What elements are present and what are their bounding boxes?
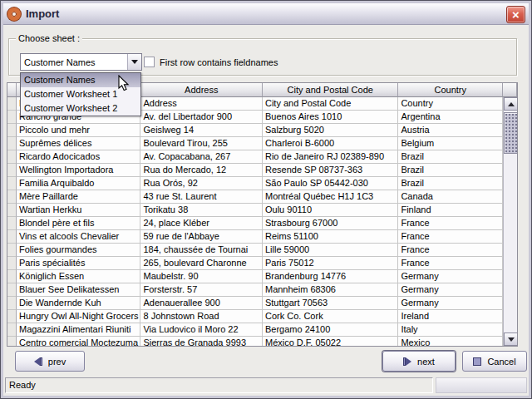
table-cell: Brandenburg 14776	[263, 270, 398, 283]
table-row: Centro comercial MoctezumaSierras de Gra…	[7, 337, 503, 346]
status-progress-panel	[436, 377, 527, 393]
table-row: Wellington ImportadoraRua do Mercado, 12…	[7, 164, 503, 177]
table-cell: México D.F. 05022	[263, 337, 398, 346]
table-cell: Reims 51100	[263, 230, 398, 244]
table-cell: Paris spécialités	[17, 257, 141, 270]
cancel-button[interactable]: Cancel	[462, 351, 527, 372]
combobox-value: Customer Names	[21, 57, 127, 67]
fieldnames-check-row: First row contains fieldnames	[144, 57, 278, 67]
table-cell: Königlich Essen	[17, 270, 141, 283]
table-cell: Maubelstr. 90	[140, 270, 263, 283]
table-cell: Germany	[398, 283, 503, 297]
table-cell: Torikatu 38	[140, 204, 263, 217]
prev-icon	[34, 357, 42, 366]
row-gutter	[7, 297, 17, 310]
row-gutter	[7, 244, 17, 257]
first-row-fieldnames-checkbox[interactable]	[144, 57, 155, 67]
table-cell: Paris 75012	[263, 257, 398, 270]
table-body: NameAddressCity and Postal CodeCountryRa…	[7, 97, 503, 346]
table-cell: Cork Co. Cork	[263, 310, 398, 323]
table-cell: City and Postal Code	[263, 97, 398, 111]
table-cell: Stuttgart 70563	[263, 297, 398, 310]
table-cell: Finland	[398, 204, 503, 217]
sheet-combobox[interactable]: Customer Names	[20, 53, 142, 71]
table-row: Blauer See DelikatessenForsterstr. 57Man…	[7, 283, 503, 297]
groupbox-label: Choose sheet :	[16, 33, 82, 43]
table-cell: São Paulo SP 05442-030	[263, 177, 398, 190]
table-cell: Lille 59000	[263, 244, 398, 257]
scroll-up-button[interactable]	[504, 97, 518, 111]
table-cell: Mexico	[398, 337, 503, 346]
table-cell: Belgium	[398, 137, 503, 150]
table-cell: Av. del Libertador 900	[140, 111, 263, 124]
table-cell: Adenauerallee 900	[140, 297, 263, 310]
table-cell: Familia Arquibaldo	[17, 177, 141, 190]
table-cell: Geislweg 14	[140, 124, 263, 137]
header-gutter	[7, 83, 17, 97]
table-cell: Wartian Herkku	[17, 204, 141, 217]
table-cell: Wellington Importadora	[17, 164, 141, 177]
table-cell: Brazil	[398, 177, 503, 190]
row-gutter	[7, 257, 17, 270]
table-cell: France	[398, 217, 503, 230]
table-row: Ricardo AdocicadosAv. Copacabana, 267Rio…	[7, 150, 503, 164]
prev-button-label: prev	[48, 357, 66, 367]
next-button-label: next	[417, 357, 435, 367]
vertical-scrollbar[interactable]	[503, 97, 517, 346]
table-cell: 265, boulevard Charonne	[140, 257, 263, 270]
table-row: Königlich EssenMaubelstr. 90Brandenburg …	[7, 270, 503, 283]
row-gutter	[7, 283, 17, 297]
table-cell: Salzburg 5020	[263, 124, 398, 137]
table-cell: Blondel père et fils	[17, 217, 141, 230]
table-cell: Address	[140, 97, 263, 111]
header-country: Country	[398, 83, 503, 97]
table-cell: France	[398, 230, 503, 244]
next-button[interactable]: next	[382, 351, 456, 372]
table-row: Mère Paillarde43 rue St. LaurentMontréal…	[7, 190, 503, 204]
table-cell: Strasbourg 67000	[263, 217, 398, 230]
row-gutter	[7, 204, 17, 217]
table-cell: Sierras de Granada 9993	[140, 337, 263, 346]
row-gutter	[7, 270, 17, 283]
row-gutter	[7, 337, 17, 346]
table-row: Folies gourmandes184, chaussée de Tourna…	[7, 244, 503, 257]
table-row: Hungry Owl All-Night Grocers8 Johnstown …	[7, 310, 503, 323]
table-cell: Centro comercial Moctezuma	[17, 337, 141, 346]
table-row: Paris spécialités265, boulevard Charonne…	[7, 257, 503, 270]
app-logo-icon	[7, 7, 21, 21]
arrow-down-icon	[508, 337, 515, 342]
table-cell: Resende SP 08737-363	[263, 164, 398, 177]
header-address: Address	[140, 83, 263, 97]
table-row: Vins et alcools Chevalier59 rue de l'Abb…	[7, 230, 503, 244]
scrollbar-thumb[interactable]	[504, 112, 518, 154]
status-text: Ready	[5, 377, 433, 393]
table-cell: Via Ludovico il Moro 22	[140, 323, 263, 337]
close-icon[interactable]: ×	[506, 6, 525, 23]
prev-button[interactable]: prev	[15, 351, 85, 372]
combobox-dropdown-button[interactable]	[127, 54, 141, 70]
table-cell: Brazil	[398, 150, 503, 164]
checkbox-label: First row contains fieldnames	[160, 57, 278, 67]
table-cell: Rua do Mercado, 12	[140, 164, 263, 177]
table-row: Die Wandernde KuhAdenauerallee 900Stuttg…	[7, 297, 503, 310]
row-gutter	[7, 137, 17, 150]
row-gutter	[7, 124, 17, 137]
table-row: Suprêmes délicesBoulevard Tirou, 255Char…	[7, 137, 503, 150]
table-cell: Magazzini Alimentari Riuniti	[17, 323, 141, 337]
row-gutter	[7, 111, 17, 124]
arrow-up-icon	[508, 102, 515, 106]
mouse-cursor	[118, 75, 131, 93]
table-cell: Hungry Owl All-Night Grocers	[17, 310, 141, 323]
row-gutter	[7, 190, 17, 204]
scroll-down-button[interactable]	[504, 332, 518, 346]
cancel-icon	[473, 357, 481, 366]
table-cell: Argentina	[398, 111, 503, 124]
table-cell: Folies gourmandes	[17, 244, 141, 257]
table-cell: Ireland	[398, 310, 503, 323]
table-cell: Mère Paillarde	[17, 190, 141, 204]
chevron-down-icon	[131, 60, 138, 64]
dropdown-item[interactable]: Customer Worksheet 2	[21, 101, 140, 116]
header-city-postal: City and Postal Code	[263, 83, 398, 97]
cancel-button-label: Cancel	[487, 357, 515, 367]
table-cell: Austria	[398, 124, 503, 137]
